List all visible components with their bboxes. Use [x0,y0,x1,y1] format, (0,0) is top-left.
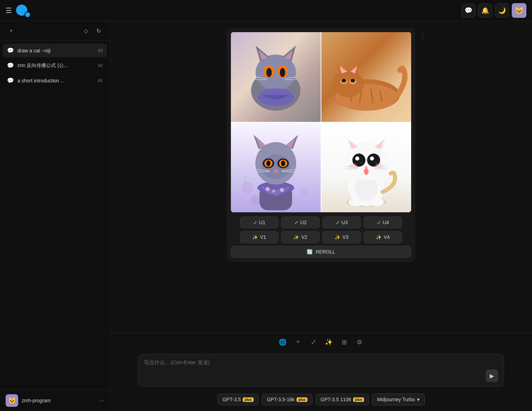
gpt35-16k-button[interactable]: GPT-3.5-16k plus [262,394,313,405]
add-conversation-btn[interactable]: + [6,25,17,36]
cat-svg-tl [231,32,321,122]
message-more-btn[interactable]: ⋮ [420,31,426,39]
settings-toolbar-btn[interactable]: ⚙ [353,336,366,348]
grid-icon: ⊞ [342,338,347,346]
gpt35-1106-button[interactable]: GPT-3.5 1106 plus [315,394,369,405]
globe-toolbar-btn[interactable]: 🌐 [276,336,289,348]
expand-icon: ⤢ [377,220,381,225]
bell-icon-btn[interactable]: 🔔 [478,3,492,17]
u4-button[interactable]: ⤢ U4 [364,216,402,228]
conversation-item[interactable]: 💬 draw a cat --niji #3 [3,44,107,57]
expand-icon: ⤢ [253,220,257,225]
moon-icon-btn[interactable]: 🌙 [495,3,509,17]
conv-title: cnn 反向传播公式 (公... [17,63,68,69]
image-card-wrapper: ⤢ U1 ⤢ U2 ⤢ U3 ⤢ U4 [227,28,415,267]
nav-left: ☰ [6,3,31,18]
nav-right: 💬 🔔 🌙 🐱 [461,3,526,18]
send-button[interactable]: ▶ [486,369,498,382]
u2-label: U2 [300,220,307,225]
add-toolbar-btn[interactable]: + [292,336,304,348]
input-area: ▶ [110,351,532,391]
svg-point-50 [281,161,285,166]
expand-icon: ⤢ [336,220,340,225]
reroll-label: REROLL [315,249,335,255]
sidebar-top: + ◇ ↻ [0,21,110,41]
cat-image-tl [231,32,321,122]
top-nav: ☰ 💬 🔔 🌙 🐱 [0,0,532,21]
u1-button[interactable]: ⤢ U1 [240,216,278,228]
v-buttons-row: ✨ V1 ✨ V2 ✨ V3 ✨ V4 [231,231,411,243]
svg-point-70 [360,161,363,164]
v1-button[interactable]: ✨ V1 [240,231,278,243]
conv-item-left: 💬 cnn 反向传播公式 (公... [7,62,98,69]
plus-badge: plus [353,397,364,402]
wand-icon: ✨ [252,235,258,240]
content-area: ⤢ U1 ⤢ U2 ⤢ U3 ⤢ U4 [110,21,532,411]
expand-toolbar-btn[interactable]: ⤢ [307,336,320,348]
settings-icon: ⚙ [357,338,362,346]
expand-icon: ⤢ [311,338,316,346]
gpt35-button[interactable]: GPT-3.5 plus [217,394,259,405]
clear-btn[interactable]: ◇ [80,25,92,36]
clear-icon: ◇ [84,28,88,34]
conv-title: a short introduction ... [17,78,65,83]
model-name: GPT-3.5-16k [267,397,294,402]
midjourney-label: Midjourney Turbo [377,397,415,402]
v2-button[interactable]: ✨ V2 [281,231,320,243]
image-card: ⤢ U1 ⤢ U2 ⤢ U3 ⤢ U4 [227,28,415,262]
send-icon: ▶ [490,373,494,379]
conversation-item[interactable]: 💬 cnn 反向传播公式 (公... #2 [3,59,107,72]
more-options-btn[interactable]: ··· [99,397,104,404]
conv-badge: #3 [98,48,103,53]
expand-icon: ⤢ [294,220,298,225]
svg-point-38 [280,188,284,192]
user-name: zmh-program [22,398,95,403]
v4-button[interactable]: ✨ V4 [364,231,402,243]
svg-point-8 [267,68,272,77]
sidebar-top-left: + [6,25,17,36]
u4-label: U4 [383,220,389,225]
sidebar-footer: 🐱 zmh-program ··· [0,390,110,411]
conv-badge: #1 [98,78,103,83]
v1-label: V1 [260,234,266,240]
refresh-icon: ↻ [96,28,101,34]
user-avatar: 🐱 [6,394,18,407]
conversation-item[interactable]: 💬 a short introduction ... #1 [3,74,107,87]
u2-button[interactable]: ⤢ U2 [281,216,320,228]
cat-image-br [321,123,411,212]
wand-icon: ✨ [335,235,340,240]
svg-point-30 [241,182,253,194]
user-avatar-btn[interactable]: 🐱 [512,3,526,18]
message-input[interactable] [144,359,483,382]
model-selectors: GPT-3.5 plus GPT-3.5-16k plus GPT-3.5 11… [110,391,532,411]
svg-point-49 [267,161,271,166]
wand-icon: ✨ [293,235,299,240]
conv-icon: 💬 [7,62,14,69]
reroll-button[interactable]: 🔄 REROLL [231,246,411,258]
v3-button[interactable]: ✨ V3 [322,231,361,243]
u3-button[interactable]: ⤢ U3 [322,216,361,228]
conversation-list: 💬 draw a cat --niji #3 💬 cnn 反向传播公式 (公..… [0,41,110,390]
hamburger-icon[interactable]: ☰ [6,6,12,15]
refresh-btn[interactable]: ↻ [93,25,104,36]
svg-point-21 [333,70,364,97]
svg-point-60 [369,198,384,206]
svg-point-28 [342,79,346,82]
chat-toolbar: 🌐 + ⤢ ✨ ⊞ ⚙ [110,333,532,351]
svg-point-33 [300,188,308,196]
u-buttons-row: ⤢ U1 ⤢ U2 ⤢ U3 ⤢ U4 [231,216,411,228]
grid-toolbar-btn[interactable]: ⊞ [338,336,350,348]
wand-toolbar-btn[interactable]: ✨ [322,336,335,348]
avatar-emoji: 🐱 [515,6,524,15]
midjourney-dropdown[interactable]: Midjourney Turbo ▾ [372,394,425,405]
logo-icon [16,3,31,18]
chevron-down-icon: ▾ [417,397,420,402]
u1-label: U1 [259,220,265,225]
moon-icon: 🌙 [498,7,506,14]
conv-icon: 💬 [7,47,14,54]
conv-icon: 💬 [7,77,14,84]
conv-item-left: 💬 draw a cat --niji [7,47,98,54]
sidebar: + ◇ ↻ 💬 draw a cat --niji #3 [0,21,110,411]
chat-icon-btn[interactable]: 💬 [461,3,475,17]
v2-label: V2 [301,234,307,240]
